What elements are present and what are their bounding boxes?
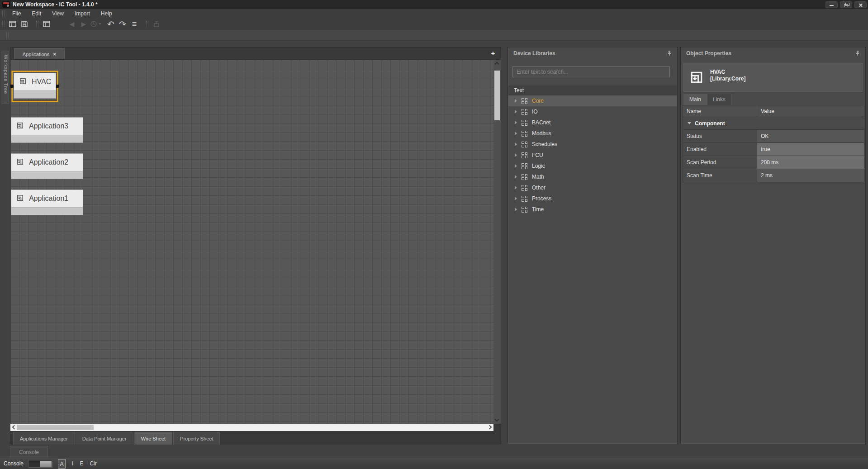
workspace-tree-tab[interactable]: Workspace Tree bbox=[1, 51, 9, 104]
pin-icon[interactable] bbox=[854, 50, 861, 57]
tab-data-point-manager[interactable]: Data Point Manager bbox=[76, 432, 133, 445]
library-icon bbox=[522, 163, 527, 169]
console-label: Console bbox=[4, 460, 24, 467]
console-filter-error-button[interactable]: E bbox=[80, 460, 83, 467]
scroll-right-icon[interactable] bbox=[488, 425, 492, 430]
tree-item-bacnet[interactable]: BACnet bbox=[508, 117, 677, 128]
property-table: Name Value Component Status OK Enabled t… bbox=[683, 105, 864, 182]
console-clear-button[interactable]: Clr bbox=[90, 460, 96, 467]
menu-file[interactable]: File bbox=[7, 9, 26, 18]
expander-icon[interactable] bbox=[515, 132, 517, 135]
tree-item-modbus[interactable]: Modbus bbox=[508, 128, 677, 139]
property-tabs: Main Links bbox=[683, 94, 731, 105]
block-label: Application1 bbox=[29, 194, 68, 203]
tab-main[interactable]: Main bbox=[683, 94, 707, 105]
horizontal-scroll-thumb[interactable] bbox=[17, 425, 94, 430]
view-tabs: Applications Manager Data Point Manager … bbox=[10, 431, 501, 445]
wire-sheet-canvas[interactable]: HVAC Application3 Application2 bbox=[10, 59, 493, 424]
block-application2[interactable]: Application2 bbox=[11, 153, 83, 179]
menu-help[interactable]: Help bbox=[95, 9, 118, 18]
minimize-button[interactable] bbox=[825, 1, 838, 8]
toolbar-grip[interactable] bbox=[2, 21, 5, 27]
device-libraries-title: Device Libraries bbox=[513, 50, 555, 57]
console-slider[interactable] bbox=[28, 460, 52, 468]
deploy-device-icon[interactable] bbox=[151, 19, 162, 29]
group-row-component[interactable]: Component bbox=[683, 117, 864, 129]
block-footer bbox=[11, 171, 83, 179]
panel-layout-icon[interactable] bbox=[41, 19, 52, 29]
console-panel-tab[interactable]: Console bbox=[10, 446, 48, 458]
library-tree: Core IO BACnet Modbus Schedules bbox=[508, 95, 677, 215]
scroll-up-icon[interactable] bbox=[495, 62, 499, 66]
expander-icon[interactable] bbox=[515, 164, 517, 168]
menu-import[interactable]: Import bbox=[69, 9, 95, 18]
new-workspace-icon[interactable] bbox=[7, 19, 19, 29]
tree-item-logic[interactable]: Logic bbox=[508, 161, 677, 171]
history-icon[interactable] bbox=[90, 19, 101, 29]
toolbar-grip-3[interactable] bbox=[146, 21, 148, 27]
library-icon bbox=[522, 120, 527, 126]
block-application1[interactable]: Application1 bbox=[11, 189, 83, 215]
resize-handle-right[interactable] bbox=[56, 85, 59, 88]
menubar-grip[interactable] bbox=[2, 10, 5, 17]
forward-icon[interactable]: ▶ bbox=[78, 19, 90, 29]
expander-icon[interactable] bbox=[515, 153, 517, 157]
save-icon[interactable] bbox=[19, 19, 30, 29]
console-filter-all-button[interactable]: A bbox=[58, 459, 66, 469]
prop-value[interactable]: true bbox=[757, 143, 864, 156]
expander-icon[interactable] bbox=[515, 186, 517, 189]
menu-view[interactable]: View bbox=[47, 9, 69, 18]
expander-icon[interactable] bbox=[515, 197, 517, 200]
tree-item-process[interactable]: Process bbox=[508, 193, 677, 204]
collapse-icon[interactable] bbox=[688, 122, 691, 124]
expander-icon[interactable] bbox=[515, 175, 517, 179]
tree-item-io[interactable]: IO bbox=[508, 106, 677, 117]
tree-item-core[interactable]: Core bbox=[508, 95, 677, 106]
prop-value[interactable]: 200 ms bbox=[757, 156, 864, 169]
redo-icon[interactable]: ↷ bbox=[117, 19, 128, 29]
app-window: New Workspace - iC Tool - 1.4.0 * File E… bbox=[0, 0, 868, 469]
tab-applications-manager[interactable]: Applications Manager bbox=[13, 432, 75, 445]
vertical-scroll-thumb[interactable] bbox=[494, 71, 500, 120]
resize-handle-left[interactable] bbox=[10, 85, 14, 88]
horizontal-scrollbar[interactable] bbox=[10, 424, 493, 431]
expander-icon[interactable] bbox=[515, 121, 517, 124]
tree-item-schedules[interactable]: Schedules bbox=[508, 139, 677, 150]
expander-icon[interactable] bbox=[515, 99, 517, 103]
object-properties-panel: Object Properties HVAC [Library.Core] Ma… bbox=[680, 47, 866, 444]
dockstrip-grip[interactable] bbox=[6, 32, 9, 38]
tree-item-other[interactable]: Other bbox=[508, 182, 677, 193]
add-tab-button[interactable]: + bbox=[489, 48, 497, 58]
scroll-down-icon[interactable] bbox=[495, 417, 499, 422]
tab-wire-sheet[interactable]: Wire Sheet bbox=[134, 432, 172, 445]
log-list-icon[interactable]: ≡ bbox=[128, 19, 140, 29]
tab-applications[interactable]: Applications × bbox=[14, 48, 65, 59]
tab-applications-label: Applications bbox=[23, 52, 49, 57]
undo-icon[interactable]: ↶ bbox=[105, 19, 117, 29]
expander-icon[interactable] bbox=[515, 110, 517, 114]
library-icon bbox=[522, 142, 527, 147]
back-icon[interactable]: ◀ bbox=[66, 19, 78, 29]
library-search-input[interactable] bbox=[512, 66, 670, 77]
tab-property-sheet[interactable]: Property Sheet bbox=[173, 432, 220, 445]
expander-icon[interactable] bbox=[515, 208, 517, 211]
close-button[interactable] bbox=[854, 1, 867, 8]
block-label: Application3 bbox=[29, 122, 68, 130]
console-slider-thumb[interactable] bbox=[40, 461, 52, 467]
menu-edit[interactable]: Edit bbox=[26, 9, 47, 18]
tab-close-icon[interactable]: × bbox=[53, 51, 56, 57]
block-hvac[interactable]: HVAC bbox=[14, 73, 56, 99]
scroll-left-icon[interactable] bbox=[12, 425, 17, 430]
toolbar-grip-2[interactable] bbox=[36, 21, 38, 27]
pin-icon[interactable] bbox=[666, 50, 673, 57]
tree-item-fcu[interactable]: FCU bbox=[508, 150, 677, 161]
block-footer bbox=[14, 91, 56, 99]
vertical-scrollbar[interactable] bbox=[493, 59, 501, 424]
restore-button[interactable] bbox=[840, 1, 852, 8]
expander-icon[interactable] bbox=[515, 142, 517, 146]
tab-links[interactable]: Links bbox=[707, 94, 731, 105]
tree-item-math[interactable]: Math bbox=[508, 171, 677, 182]
tree-item-time[interactable]: Time bbox=[508, 204, 677, 215]
console-filter-info-button[interactable]: I bbox=[72, 460, 73, 467]
block-application3[interactable]: Application3 bbox=[11, 117, 83, 143]
